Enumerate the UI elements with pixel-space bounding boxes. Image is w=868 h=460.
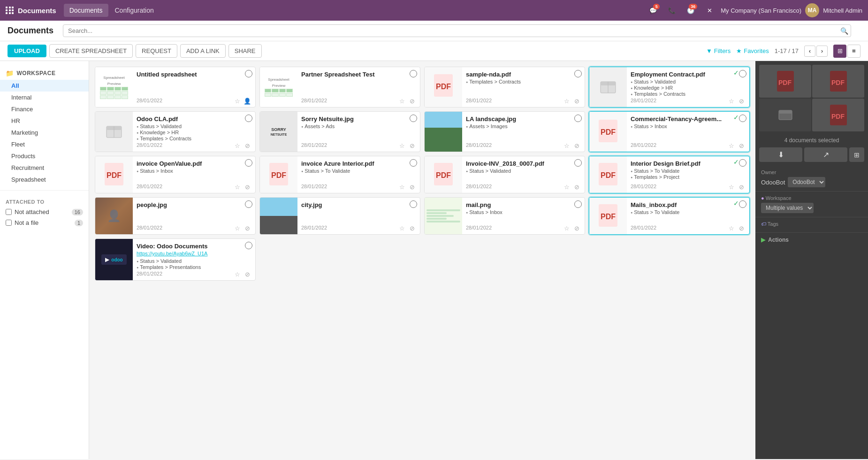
doc-card-mails-inbox[interactable]: PDF Mails_inbox.pdf Status > To Validate… <box>589 197 750 235</box>
doc-select-2[interactable] <box>410 70 417 77</box>
doc-select-7[interactable] <box>574 115 582 122</box>
doc-menu-btn-14[interactable]: ⊘ <box>408 224 416 232</box>
request-button[interactable]: REQUEST <box>136 44 177 58</box>
doc-card-city[interactable]: city.jpg 28/01/2022 ☆ ⊘ <box>259 197 420 235</box>
doc-fav-btn-17[interactable]: ☆ <box>233 270 242 278</box>
not-a-file-checkbox[interactable] <box>6 220 12 226</box>
doc-select-16[interactable] <box>739 200 746 208</box>
add-link-button[interactable]: ADD A LINK <box>180 44 226 58</box>
doc-fav-btn-7[interactable]: ☆ <box>563 141 571 150</box>
doc-fav-btn-15[interactable]: ☆ <box>563 224 571 232</box>
search-submit-btn[interactable]: 🔍 <box>840 27 848 35</box>
doc-menu-btn-13[interactable]: ⊘ <box>243 224 251 232</box>
close-icon-btn[interactable]: ✕ <box>702 3 717 18</box>
doc-card-invoice-inv[interactable]: PDF Invoice-INV_2018_0007.pdf Status > V… <box>424 156 585 193</box>
doc-card-partner-spreadsheet[interactable]: Spreadsheet Preview <box>259 67 420 107</box>
doc-card-invoice-azure[interactable]: PDF invoice Azure Interior.pdf Status > … <box>259 156 420 193</box>
rp-workspace-dropdown[interactable]: Multiple values <box>761 203 814 213</box>
doc-select-6[interactable] <box>410 115 417 122</box>
nav-configuration[interactable]: Configuration <box>109 4 160 17</box>
list-view-btn[interactable]: ≡ <box>847 45 860 58</box>
filter-button[interactable]: ▼ Filters <box>706 47 731 54</box>
doc-card-interior-design[interactable]: PDF Interior Design Brief.pdf Status > T… <box>589 156 750 193</box>
doc-select-5[interactable] <box>245 115 252 122</box>
doc-menu-btn-15[interactable]: ⊘ <box>572 224 581 232</box>
doc-card-employment-contract[interactable]: Employment Contract.pdf Status > Validat… <box>589 67 750 107</box>
doc-menu-btn-6[interactable]: ⊘ <box>408 141 416 150</box>
app-logo[interactable]: Documents <box>6 7 56 15</box>
doc-fav-btn-2[interactable]: ☆ <box>398 97 406 105</box>
nav-documents[interactable]: Documents <box>64 4 108 17</box>
company-name[interactable]: My Company (San Francisco) <box>721 7 801 14</box>
chat-icon-btn[interactable]: 💬 5 <box>646 3 661 18</box>
doc-fav-btn-13[interactable]: ☆ <box>233 224 242 232</box>
phone-icon-btn[interactable]: 📞 <box>664 3 679 18</box>
doc-avatar-btn-1[interactable]: 👤 <box>243 97 251 105</box>
sidebar-not-attached[interactable]: Not attached 16 <box>0 207 89 217</box>
doc-fav-btn-14[interactable]: ☆ <box>398 224 406 232</box>
doc-menu-btn-10[interactable]: ⊘ <box>408 183 416 191</box>
doc-card-people[interactable]: 👤 people.jpg 28/01/2022 ☆ ⊘ <box>95 197 256 235</box>
doc-fav-btn-3[interactable]: ☆ <box>563 97 571 105</box>
doc-select-15[interactable] <box>574 200 582 208</box>
doc-menu-btn-17[interactable]: ⊘ <box>243 270 251 278</box>
favorites-button[interactable]: ★ Favorites <box>736 47 769 54</box>
doc-select-14[interactable] <box>410 200 417 208</box>
video-link-17[interactable]: https://youtu.be/Ayab6wZ_U1A <box>137 251 251 256</box>
doc-fav-btn-10[interactable]: ☆ <box>398 183 406 191</box>
doc-menu-btn-12[interactable]: ⊘ <box>737 183 746 191</box>
doc-menu-btn-16[interactable]: ⊘ <box>737 224 746 232</box>
doc-select-12[interactable] <box>739 159 746 167</box>
sidebar-item-hr[interactable]: HR <box>0 115 89 127</box>
doc-menu-btn-9[interactable]: ⊘ <box>243 183 251 191</box>
sidebar-item-marketing[interactable]: Marketing <box>0 127 89 138</box>
doc-select-4[interactable] <box>739 70 746 77</box>
sidebar-item-all[interactable]: All <box>0 80 89 92</box>
doc-select-13[interactable] <box>245 200 252 208</box>
upload-button[interactable]: UPLOAD <box>8 45 46 57</box>
grid-view-btn[interactable]: ⊞ <box>833 45 846 58</box>
sidebar-item-products[interactable]: Products <box>0 150 89 162</box>
rp-owner-dropdown[interactable]: OdooBot <box>788 177 825 187</box>
sidebar-item-internal[interactable]: Internal <box>0 92 89 103</box>
doc-card-invoice-openvalue[interactable]: PDF invoice OpenValue.pdf Status > Inbox… <box>95 156 256 193</box>
doc-fav-btn-12[interactable]: ☆ <box>727 183 736 191</box>
doc-select-8[interactable] <box>739 115 746 122</box>
doc-card-sample-nda[interactable]: PDF sample-nda.pdf Templates > Contracts… <box>424 67 585 107</box>
doc-card-mail[interactable]: mail.png Status > Inbox 28/01/2022 ☆ ⊘ <box>424 197 585 235</box>
user-avatar[interactable]: MA <box>805 3 819 17</box>
doc-select-9[interactable] <box>245 159 252 167</box>
rp-share-btn[interactable]: ↗ <box>804 147 847 162</box>
doc-card-untitled-spreadsheet[interactable]: Spreadsheet Preview <box>95 67 256 107</box>
doc-menu-btn-8[interactable]: ⊘ <box>737 141 746 150</box>
sidebar-item-fleet[interactable]: Fleet <box>0 138 89 150</box>
sidebar-item-spreadsheet[interactable]: Spreadsheet <box>0 174 89 185</box>
sidebar-item-finance[interactable]: Finance <box>0 103 89 115</box>
doc-fav-btn-9[interactable]: ☆ <box>233 183 242 191</box>
sidebar-item-recruitment[interactable]: Recruitment <box>0 162 89 174</box>
rp-download-btn[interactable]: ⬇ <box>759 147 802 162</box>
doc-fav-btn-5[interactable]: ☆ <box>233 141 242 150</box>
not-attached-checkbox[interactable] <box>6 209 12 215</box>
doc-select-3[interactable] <box>574 70 582 77</box>
doc-card-la-landscape[interactable]: LA landscape.jpg Assets > Images 28/01/2… <box>424 111 585 152</box>
user-name[interactable]: Mitchell Admin <box>823 7 862 14</box>
doc-menu-btn-2[interactable]: ⊘ <box>408 97 416 105</box>
rp-actions-section[interactable]: ▶ Actions <box>755 233 868 245</box>
create-spreadsheet-button[interactable]: CREATE SPREADSHEET <box>49 44 133 58</box>
prev-page-btn[interactable]: ‹ <box>804 46 815 57</box>
doc-fav-btn-11[interactable]: ☆ <box>563 183 571 191</box>
doc-menu-btn-5[interactable]: ⊘ <box>243 141 251 150</box>
doc-select-11[interactable] <box>574 159 582 167</box>
doc-menu-btn-4[interactable]: ⊘ <box>737 97 746 105</box>
doc-card-commercial-tenancy[interactable]: PDF Commercial-Tenancy-Agreem... Status … <box>589 111 750 152</box>
doc-fav-btn-8[interactable]: ☆ <box>727 141 736 150</box>
doc-fav-btn-6[interactable]: ☆ <box>398 141 406 150</box>
search-input[interactable] <box>63 24 851 37</box>
doc-menu-btn-11[interactable]: ⊘ <box>572 183 581 191</box>
activity-icon-btn[interactable]: 🕐 36 <box>683 3 698 18</box>
share-button[interactable]: SHARE <box>228 44 262 58</box>
next-page-btn[interactable]: › <box>816 46 828 57</box>
doc-select-17[interactable] <box>245 242 252 249</box>
doc-select-10[interactable] <box>410 159 417 167</box>
